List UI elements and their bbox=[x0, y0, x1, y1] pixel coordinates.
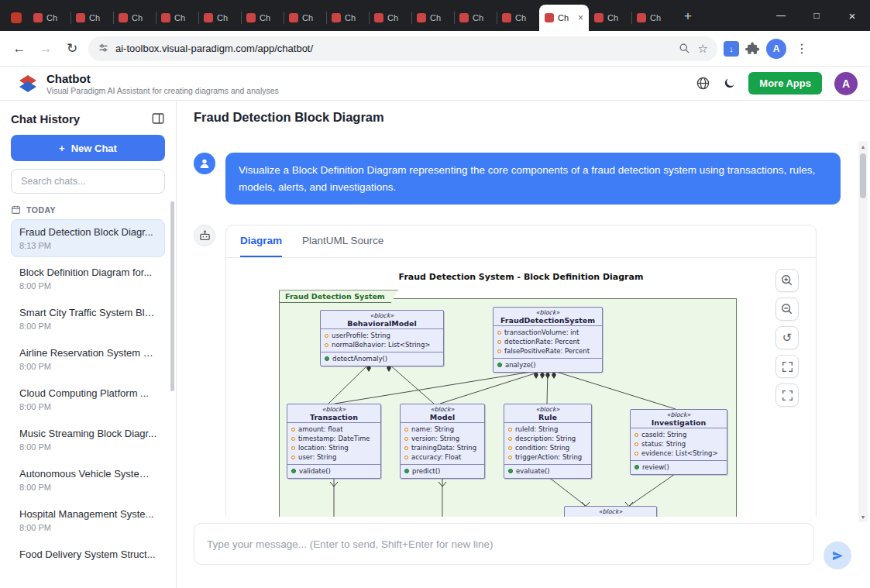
reset-view-button[interactable]: ↺ bbox=[775, 326, 799, 349]
chat-history-item[interactable]: Hospital Management Syste... 8:00 PM bbox=[11, 501, 165, 539]
browser-tab-active[interactable]: Ch × bbox=[539, 5, 589, 31]
visual-paradigm-logo-icon bbox=[17, 73, 39, 95]
card-tab[interactable]: PlantUML Source bbox=[302, 225, 383, 257]
attribute-dot-icon bbox=[404, 437, 408, 441]
reload-button[interactable]: ↻ bbox=[62, 40, 82, 57]
search-chats-input[interactable] bbox=[11, 169, 165, 194]
attribute-dot-icon bbox=[634, 452, 638, 456]
chat-scrollbar[interactable]: ▲ ▼ bbox=[858, 141, 868, 522]
uml-block: «block» BehavioralModel bbox=[320, 310, 444, 366]
uml-attribute: location: String bbox=[287, 443, 380, 452]
extension-shortcut-icon[interactable]: ↓ bbox=[724, 41, 739, 57]
maximize-button[interactable]: □ bbox=[799, 0, 834, 31]
diagram-canvas[interactable]: Fraud Detection System - Block Definitio… bbox=[236, 267, 806, 517]
chat-history-item[interactable]: Block Definition Diagram for... 8:00 PM bbox=[11, 260, 165, 297]
chat-history-item[interactable]: Smart City Traffic System Blo... 8:00 PM bbox=[11, 300, 165, 338]
app-header: Chatbot Visual Paradigm AI Assistant for… bbox=[0, 67, 870, 101]
browser-tab[interactable]: Ch bbox=[497, 5, 539, 31]
browser-tab[interactable]: Ch bbox=[284, 5, 326, 31]
pinned-tab[interactable] bbox=[5, 5, 28, 31]
scroll-up-button[interactable]: ▲ bbox=[858, 141, 868, 152]
extensions-puzzle-icon[interactable] bbox=[745, 41, 760, 56]
browser-tab[interactable]: Ch bbox=[589, 5, 631, 31]
message-input[interactable] bbox=[207, 538, 801, 550]
sidebar-scrollbar[interactable] bbox=[170, 201, 174, 391]
more-apps-button[interactable]: More Apps bbox=[748, 72, 822, 95]
chat-history-item[interactable]: Music Streaming Block Diagr... 8:00 PM bbox=[11, 421, 165, 459]
browser-tab[interactable]: Ch bbox=[454, 5, 497, 31]
browser-tab[interactable]: Ch bbox=[326, 5, 369, 31]
back-button[interactable]: ← bbox=[9, 41, 29, 57]
chat-history-item[interactable]: Fraud Detection Block Diagr... 8:13 PM bbox=[11, 219, 165, 257]
browser-tab[interactable]: Ch bbox=[113, 5, 156, 31]
uml-block: «block» Rule r bbox=[504, 404, 592, 479]
attribute-dot-icon bbox=[634, 433, 638, 437]
search-icon[interactable] bbox=[679, 43, 690, 54]
uml-attribute: triggerAction: String bbox=[504, 452, 591, 462]
app-title: Chatbot bbox=[46, 72, 279, 85]
tab-favicon-icon bbox=[161, 13, 170, 22]
fullscreen-button[interactable] bbox=[775, 355, 799, 378]
chat-history-item[interactable]: Airline Reservation System Bl... 8:00 PM bbox=[11, 340, 165, 378]
bookmark-star-icon[interactable]: ☆ bbox=[698, 42, 708, 56]
minimize-button[interactable]: — bbox=[763, 0, 799, 31]
new-chat-button[interactable]: + New Chat bbox=[11, 135, 165, 161]
uml-operation: detectAnomaly() bbox=[321, 354, 443, 363]
chat-main: Fraud Detection Block Diagram Visualize … bbox=[177, 101, 870, 588]
browser-menu-icon[interactable]: ⋮ bbox=[793, 41, 811, 56]
chat-history-item[interactable]: Food Delivery System Struct... bbox=[11, 542, 165, 579]
attribute-dot-icon bbox=[291, 437, 295, 441]
browser-tab[interactable]: Ch bbox=[28, 5, 70, 31]
uml-attribute: ruleId: String bbox=[504, 425, 591, 434]
card-tab[interactable]: Diagram bbox=[240, 225, 282, 257]
uml-block: «block» FraudDetectionSystem bbox=[493, 307, 603, 373]
operation-dot-icon bbox=[508, 469, 513, 473]
close-tab-icon[interactable]: × bbox=[578, 12, 583, 23]
person-icon bbox=[198, 157, 211, 170]
browser-tab[interactable]: Ch bbox=[631, 5, 674, 31]
send-button[interactable] bbox=[824, 542, 851, 569]
browser-tab[interactable]: Ch bbox=[198, 5, 241, 31]
chat-history-item[interactable]: Autonomous Vehicle System ... 8:00 PM bbox=[11, 461, 165, 499]
dark-mode-moon-icon[interactable] bbox=[723, 77, 736, 90]
scroll-down-button[interactable]: ▼ bbox=[858, 511, 868, 522]
language-globe-icon[interactable] bbox=[696, 76, 710, 91]
window-controls: — □ × bbox=[763, 0, 870, 31]
chat-history-item[interactable]: Cloud Computing Platform ... 8:00 PM bbox=[11, 380, 165, 418]
tab-favicon-icon bbox=[417, 13, 426, 22]
tab-favicon-icon bbox=[594, 13, 603, 22]
uml-block: «block» Transaction bbox=[287, 404, 381, 479]
forward-button[interactable]: → bbox=[36, 41, 56, 57]
new-tab-button[interactable]: + bbox=[677, 5, 699, 27]
message-input-box[interactable] bbox=[194, 523, 814, 565]
browser-tab[interactable]: Ch bbox=[156, 5, 198, 31]
diagram-toolbar: ↺ bbox=[775, 269, 799, 407]
attribute-dot-icon bbox=[291, 428, 295, 432]
browser-tab[interactable]: Ch bbox=[369, 5, 411, 31]
browser-tab[interactable]: Ch bbox=[70, 5, 113, 31]
zoom-in-button[interactable] bbox=[775, 269, 799, 292]
uml-block: «block» Model bbox=[400, 404, 485, 479]
robot-icon bbox=[198, 229, 211, 242]
card-tabs: Diagram PlantUML Source bbox=[226, 225, 816, 258]
zoom-out-button[interactable] bbox=[775, 297, 799, 321]
collapse-sidebar-icon[interactable] bbox=[151, 112, 165, 126]
operation-dot-icon bbox=[497, 363, 502, 367]
uml-attribute: amount: float bbox=[287, 425, 380, 434]
browser-tab[interactable]: Ch bbox=[411, 5, 454, 31]
send-plane-icon bbox=[831, 549, 844, 562]
address-bar[interactable]: ai-toolbox.visual-paradigm.com/app/chatb… bbox=[88, 36, 717, 61]
fit-screen-button[interactable] bbox=[775, 383, 799, 407]
browser-profile-avatar[interactable]: A bbox=[766, 39, 786, 59]
site-info-icon[interactable] bbox=[98, 43, 109, 54]
scrollbar-thumb[interactable] bbox=[860, 153, 866, 198]
bot-avatar bbox=[194, 225, 215, 246]
operation-dot-icon bbox=[325, 356, 329, 361]
user-avatar[interactable]: A bbox=[834, 72, 858, 95]
uml-operation: validate() bbox=[287, 466, 380, 476]
pinned-tab-favicon-icon bbox=[11, 12, 22, 23]
close-window-button[interactable]: × bbox=[834, 0, 870, 31]
browser-tab[interactable]: Ch bbox=[241, 5, 284, 31]
attribute-dot-icon bbox=[291, 446, 295, 450]
chat-viewport: Visualize a Block Definition Diagram rep… bbox=[194, 136, 870, 517]
